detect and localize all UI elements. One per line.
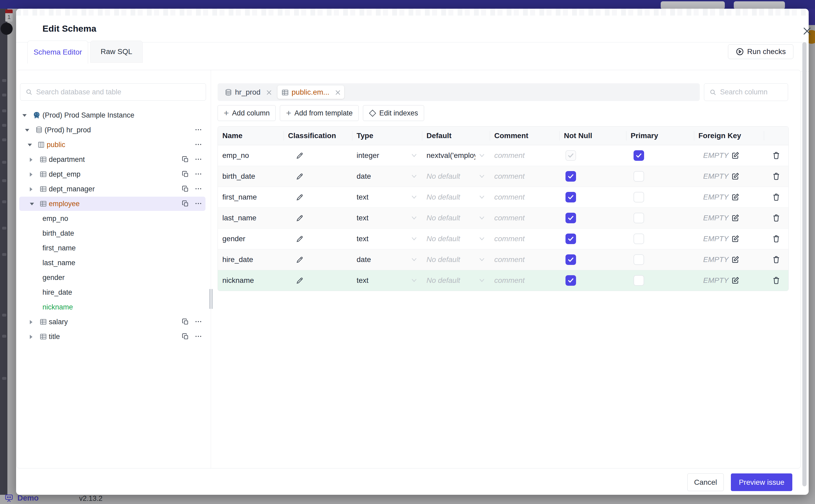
primary-checkbox[interactable] [634, 275, 644, 286]
column-search-input[interactable]: Search column [704, 83, 788, 101]
tree-item-dept_emp[interactable]: dept_emp [17, 167, 210, 182]
close-icon[interactable] [801, 25, 813, 37]
type-select[interactable]: text [352, 193, 422, 201]
copy-icon[interactable] [182, 156, 189, 163]
default-select[interactable]: No default [422, 255, 490, 264]
more-actions-icon[interactable] [194, 126, 202, 133]
column-name-field[interactable]: first_name [218, 193, 283, 201]
chevron-right-icon[interactable] [30, 335, 32, 339]
edit-foreign-key-icon[interactable] [731, 255, 740, 264]
type-select[interactable]: date [352, 255, 422, 264]
type-select[interactable]: text [352, 235, 422, 243]
not-null-checkbox[interactable] [566, 150, 576, 161]
edit-foreign-key-icon[interactable] [731, 151, 740, 160]
copy-icon[interactable] [182, 171, 189, 178]
comment-field[interactable]: comment [490, 255, 560, 264]
tree-item-nickname[interactable]: nickname [17, 300, 210, 314]
column-name-field[interactable]: hire_date [218, 255, 283, 264]
comment-field[interactable]: comment [490, 214, 560, 222]
tree-item--prod-prod-sample-instance[interactable]: (Prod) Prod Sample Instance [17, 108, 210, 123]
primary-checkbox[interactable] [634, 213, 644, 223]
more-actions-icon[interactable] [194, 185, 202, 192]
run-checks-button[interactable]: Run checks [728, 44, 793, 59]
more-actions-icon[interactable] [194, 140, 202, 148]
not-null-checkbox[interactable] [566, 192, 576, 202]
chevron-down-icon[interactable] [28, 144, 32, 146]
tab-raw-sql[interactable]: Raw SQL [90, 41, 143, 63]
default-select[interactable]: No default [422, 193, 490, 201]
primary-checkbox[interactable] [634, 192, 644, 202]
classification-edit-pencil-icon[interactable] [283, 214, 352, 222]
edit-foreign-key-icon[interactable] [731, 172, 740, 181]
default-select[interactable]: No default [422, 276, 490, 285]
splitter-handle[interactable] [209, 288, 213, 309]
tree-item-salary[interactable]: salary [17, 314, 210, 329]
primary-checkbox[interactable] [634, 150, 644, 161]
copy-icon[interactable] [182, 200, 189, 207]
tree-item-hire_date[interactable]: hire_date [17, 285, 210, 300]
classification-edit-pencil-icon[interactable] [283, 276, 352, 285]
column-name-field[interactable]: birth_date [218, 172, 283, 181]
not-null-checkbox[interactable] [566, 275, 576, 286]
more-actions-icon[interactable] [194, 318, 202, 325]
tree-item-last_name[interactable]: last_name [17, 255, 210, 270]
default-select[interactable]: No default [422, 214, 490, 222]
chevron-right-icon[interactable] [30, 172, 32, 177]
more-actions-icon[interactable] [194, 200, 202, 207]
delete-column-icon[interactable] [772, 214, 781, 222]
delete-column-icon[interactable] [772, 234, 781, 243]
chevron-right-icon[interactable] [30, 320, 32, 324]
more-actions-icon[interactable] [194, 332, 202, 340]
database-search-input[interactable]: Search database and table [20, 83, 206, 101]
close-tab-icon[interactable] [335, 89, 340, 95]
chevron-down-icon[interactable] [30, 203, 34, 205]
primary-checkbox[interactable] [634, 171, 644, 182]
chevron-down-icon[interactable] [22, 114, 27, 117]
edit-foreign-key-icon[interactable] [731, 276, 740, 285]
tree-item--prod-hr_prod[interactable]: (Prod) hr_prod [17, 123, 210, 137]
add-from-template-button[interactable]: +Add from template [280, 105, 358, 121]
tree-item-birth_date[interactable]: birth_date [17, 226, 210, 241]
close-tab-icon[interactable] [266, 89, 272, 95]
type-select[interactable]: integer [352, 151, 422, 160]
copy-icon[interactable] [182, 333, 189, 340]
more-actions-icon[interactable] [194, 170, 202, 177]
tree-item-first_name[interactable]: first_name [17, 241, 210, 255]
editor-tab-hr_prod[interactable]: hr_prod [221, 85, 275, 99]
comment-field[interactable]: comment [490, 193, 560, 201]
not-null-checkbox[interactable] [566, 254, 576, 265]
delete-column-icon[interactable] [772, 276, 781, 285]
comment-field[interactable]: comment [490, 276, 560, 285]
editor-tab-public-em-[interactable]: public.em... [277, 85, 344, 99]
delete-column-icon[interactable] [772, 193, 781, 202]
preview-issue-button[interactable]: Preview issue [731, 473, 792, 491]
comment-field[interactable]: comment [490, 151, 560, 160]
delete-column-icon[interactable] [772, 151, 781, 160]
not-null-checkbox[interactable] [566, 213, 576, 223]
column-name-field[interactable]: gender [218, 235, 283, 243]
tree-item-public[interactable]: public [17, 137, 210, 152]
primary-checkbox[interactable] [634, 254, 644, 265]
more-actions-icon[interactable] [194, 155, 202, 163]
edit-foreign-key-icon[interactable] [731, 235, 740, 243]
tree-item-emp_no[interactable]: emp_no [17, 211, 210, 226]
comment-field[interactable]: comment [490, 235, 560, 243]
type-select[interactable]: text [352, 276, 422, 285]
tree-item-employee[interactable]: employee [17, 196, 210, 211]
edit-indexes-button[interactable]: Edit indexes [363, 105, 424, 121]
classification-edit-pencil-icon[interactable] [283, 151, 352, 160]
tab-schema-editor[interactable]: Schema Editor [27, 41, 88, 64]
classification-edit-pencil-icon[interactable] [283, 255, 352, 264]
copy-icon[interactable] [182, 185, 189, 193]
not-null-checkbox[interactable] [566, 234, 576, 244]
tree-item-title[interactable]: title [17, 329, 210, 344]
comment-field[interactable]: comment [490, 172, 560, 181]
copy-icon[interactable] [182, 318, 189, 326]
chevron-right-icon[interactable] [30, 187, 32, 191]
tree-item-dept_manager[interactable]: dept_manager [17, 182, 210, 196]
edit-foreign-key-icon[interactable] [731, 193, 740, 201]
delete-column-icon[interactable] [772, 172, 781, 181]
primary-checkbox[interactable] [634, 234, 644, 244]
column-name-field[interactable]: emp_no [218, 151, 283, 160]
classification-edit-pencil-icon[interactable] [283, 234, 352, 243]
